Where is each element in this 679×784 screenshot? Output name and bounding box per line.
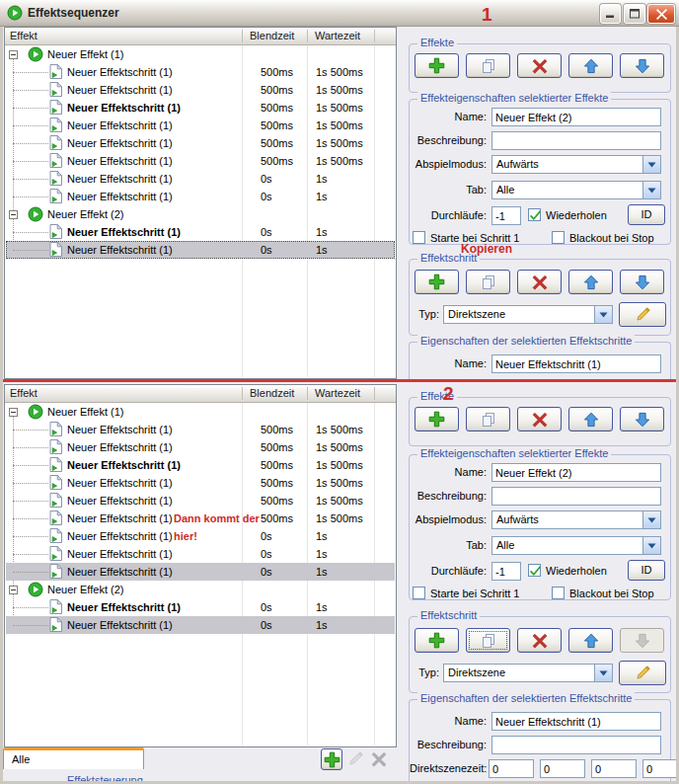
collapse-icon[interactable] xyxy=(9,408,18,417)
step-name-input[interactable] xyxy=(491,712,661,731)
add-button[interactable] xyxy=(415,270,459,294)
durchlaeufe-input[interactable] xyxy=(491,206,521,225)
step-row[interactable]: Neuer Effektschritt (1)500ms1s 500ms xyxy=(6,438,395,456)
step-row[interactable]: Neuer Effektschritt (1)500ms1s 500ms xyxy=(6,421,395,438)
effect-row[interactable]: Neuer Effekt (2) xyxy=(6,581,395,598)
delete-button[interactable] xyxy=(517,628,562,653)
column-header-wartezeit[interactable]: Wartezeit xyxy=(315,385,360,402)
blendzeit-value: 500ms xyxy=(261,510,293,527)
move-down-button[interactable] xyxy=(620,53,664,78)
abspielmodus-select[interactable]: Aufwärts xyxy=(491,155,661,174)
tree-connector xyxy=(13,572,48,573)
column-header-blendzeit[interactable]: Blendzeit xyxy=(250,28,294,44)
edit-button[interactable] xyxy=(619,661,666,685)
add-button[interactable] xyxy=(415,53,459,78)
maximize-button[interactable] xyxy=(624,4,645,24)
effektschritt-toolbar xyxy=(415,628,664,653)
durchlaeufe-input[interactable] xyxy=(491,562,521,581)
direktszenezeit-input-1[interactable] xyxy=(489,759,534,778)
direktszenezeit-input-4[interactable] xyxy=(642,759,679,778)
effect-row[interactable]: Neuer Effekt (2) xyxy=(6,205,395,223)
tree-connector xyxy=(13,447,48,448)
step-row[interactable]: Neuer Effektschritt (1)0s1s xyxy=(6,598,395,616)
step-row[interactable]: Neuer Effektschritt (1)0s1s xyxy=(6,563,395,581)
effect-name-input[interactable] xyxy=(491,463,661,482)
move-up-button[interactable] xyxy=(568,53,613,78)
edit-button[interactable] xyxy=(619,302,666,327)
step-row[interactable]: Neuer Effektschritt (1)500ms1s 500ms xyxy=(6,152,395,170)
step-row[interactable]: Neuer Effektschritt (1)500ms1s 500ms xyxy=(6,99,395,117)
copy-button[interactable] xyxy=(466,270,510,294)
collapse-icon[interactable] xyxy=(9,586,18,594)
delete-button[interactable] xyxy=(517,53,562,78)
blackout-checkbox[interactable] xyxy=(552,231,565,244)
step-name-input[interactable] xyxy=(491,354,661,373)
step-row[interactable]: Neuer Effektschritt (1)0s1s xyxy=(6,241,395,259)
id-button[interactable]: ID xyxy=(628,204,665,225)
step-row[interactable]: Neuer Effektschritt (1)0s1s xyxy=(6,223,395,241)
add-button[interactable] xyxy=(321,748,342,770)
move-down-button[interactable] xyxy=(620,407,664,431)
step-row[interactable]: Neuer Effektschritt (1)0s1s xyxy=(6,170,395,188)
step-row[interactable]: Neuer Effektschritt (1)500ms1s 500ms xyxy=(6,456,395,474)
step-description-input[interactable] xyxy=(491,736,661,754)
add-icon xyxy=(324,751,340,768)
typ-select[interactable]: Direktszene xyxy=(443,305,613,324)
minimize-button[interactable] xyxy=(600,4,621,24)
step-row[interactable]: Neuer Effektschritt (1)500ms1s 500ms xyxy=(6,474,395,492)
move-down-button[interactable] xyxy=(620,270,664,294)
blackout-checkbox[interactable] xyxy=(552,587,565,599)
column-header-wartezeit[interactable]: Wartezeit xyxy=(315,28,360,44)
copy-button[interactable] xyxy=(466,53,510,78)
blendzeit-value: 0s xyxy=(261,616,272,634)
effect-row[interactable]: Neuer Effekt (1) xyxy=(6,45,395,63)
effect-name-input[interactable] xyxy=(491,108,661,126)
add-button[interactable] xyxy=(415,628,459,653)
effect-row[interactable]: Neuer Effekt (1) xyxy=(6,403,395,421)
step-row[interactable]: Neuer Effektschritt (1)0s1s xyxy=(6,616,395,634)
wiederholen-checkbox[interactable] xyxy=(528,208,541,221)
blackout-label: Blackout bei Stop xyxy=(569,587,654,600)
copy-button[interactable] xyxy=(466,407,510,431)
wiederholen-checkbox[interactable] xyxy=(528,564,541,577)
move-up-button[interactable] xyxy=(568,270,613,294)
collapse-icon[interactable] xyxy=(9,210,18,219)
step-row[interactable]: Neuer Effektschritt (1)500ms1s 500ms xyxy=(6,492,395,510)
add-button[interactable] xyxy=(415,407,459,431)
column-header-blendzeit[interactable]: Blendzeit xyxy=(250,385,294,402)
abspielmodus-select[interactable]: Aufwärts xyxy=(491,510,661,529)
move-up-button[interactable] xyxy=(568,407,613,431)
move-down-icon xyxy=(635,412,650,428)
step-row[interactable]: Neuer Effektschritt (1)500ms1s 500ms xyxy=(6,81,395,99)
typ-select[interactable]: Direktszene xyxy=(443,664,613,682)
column-header-effekt[interactable]: Effekt xyxy=(10,28,38,44)
effect-description-input[interactable] xyxy=(491,131,661,150)
effect-description-input[interactable] xyxy=(491,487,661,506)
step-row[interactable]: Neuer Effektschritt (1)500ms1s 500ms xyxy=(6,117,395,134)
delete-button[interactable] xyxy=(517,407,562,431)
move-up-button[interactable] xyxy=(568,628,613,653)
collapse-icon[interactable] xyxy=(9,50,18,59)
step-row[interactable]: Neuer Effektschritt (1)500ms1s 500ms xyxy=(6,63,395,81)
direktszenezeit-input-2[interactable] xyxy=(540,759,585,778)
direktszenezeit-input-3[interactable] xyxy=(591,759,637,778)
red-annotation: Dann kommt der xyxy=(174,510,260,527)
copy-button[interactable] xyxy=(466,628,510,653)
column-header-effekt[interactable]: Effekt xyxy=(10,385,38,402)
close-button[interactable] xyxy=(647,4,675,24)
tab-select[interactable]: Alle xyxy=(491,181,661,199)
tree-connector xyxy=(13,625,48,626)
step-icon xyxy=(49,617,62,632)
step-row[interactable]: Neuer Effektschritt (1)0s1s xyxy=(6,188,395,205)
step-row[interactable]: Neuer Effektschritt (1)Dann kommt der500… xyxy=(6,510,395,527)
delete-button[interactable] xyxy=(517,270,562,294)
title-bar[interactable]: Effektsequenzer xyxy=(0,0,679,27)
step-row[interactable]: Neuer Effektschritt (1)500ms1s 500ms xyxy=(6,134,395,152)
starte-bei-schritt-checkbox[interactable] xyxy=(413,587,425,599)
step-row[interactable]: Neuer Effektschritt (1)0s1s xyxy=(6,545,395,563)
tab-select[interactable]: Alle xyxy=(491,536,661,555)
step-row[interactable]: Neuer Effektschritt (1)hier!0s1s xyxy=(6,527,395,545)
id-button[interactable]: ID xyxy=(628,560,665,581)
starte-bei-schritt-checkbox[interactable] xyxy=(413,231,425,244)
alle-tab[interactable]: Alle xyxy=(3,747,144,769)
